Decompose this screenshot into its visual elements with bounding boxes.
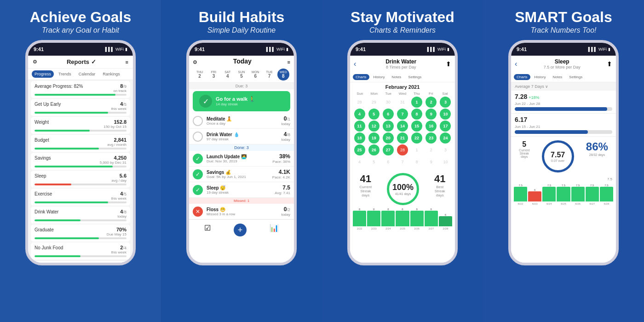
goals-list: Average Progress: 82% 8/9 on track Get U…	[28, 80, 133, 260]
settings-icon[interactable]: ⚙	[33, 59, 37, 65]
cal-day: 15	[411, 121, 422, 132]
day-thu[interactable]: THU2	[194, 69, 206, 80]
smart-tab-settings[interactable]: Settings	[566, 74, 585, 80]
cal-days: 28 29 30 31 1 2 3 4 5 6 7 8 9 10 11 12 1	[353, 97, 452, 167]
share-icon[interactable]: ⬆	[446, 60, 451, 68]
cal-day: 10	[440, 109, 451, 120]
goal-graduate-value: 70%	[116, 227, 126, 232]
cal-day: 5	[368, 156, 380, 167]
cal-tab-history[interactable]: History	[371, 74, 388, 80]
cal-day: 29	[368, 97, 380, 108]
launch-value-sub: Pace: 36%	[272, 160, 290, 164]
cal-day: 7	[397, 109, 408, 120]
sleep-value: 7.5	[275, 184, 290, 191]
signal-icon: ▌▌▌	[266, 47, 275, 52]
smart-success-label: 28/32 days	[586, 153, 608, 156]
phone3-time: 9:41	[356, 46, 366, 52]
chart-icon[interactable]: 📊	[270, 224, 279, 236]
add-habit-button[interactable]: +	[234, 224, 247, 236]
tab-calendar[interactable]: Calendar	[76, 70, 98, 78]
cal-day: 24	[440, 132, 451, 144]
smart-tab-history[interactable]: History	[532, 74, 549, 80]
phone-4: 9:41 ▌▌▌ WiFi ▮ ‹ Sleep 7.5 or More per …	[508, 40, 619, 265]
cal-tab-settings[interactable]: Settings	[405, 74, 424, 80]
savings-value: 4.1K	[272, 169, 290, 175]
back-icon[interactable]: ‹	[354, 60, 356, 68]
panel2-subheading: Simple Daily Routine	[199, 26, 285, 34]
current-streak-stat: 41 CurrentStreakdays	[359, 173, 372, 205]
phone1-time: 9:41	[34, 46, 44, 52]
cal-tab-notes[interactable]: Notes	[389, 74, 404, 80]
bar-label: 6/24	[546, 202, 552, 205]
back-icon[interactable]: ‹	[515, 60, 517, 68]
sleep-value-sub: Avg: 7.41	[275, 191, 290, 195]
goal-getup-name: Get Up Early	[34, 102, 61, 107]
cal-day: 27	[383, 144, 394, 155]
goal-sleep: Sleep 5.6 avg / day	[31, 171, 130, 188]
day-sat[interactable]: SAT4	[222, 69, 234, 80]
goal-met-pct: 100%	[392, 183, 414, 192]
goal-nojunk-name: No Junk Food	[34, 245, 63, 250]
current-streak-label: CurrentStreakdays	[359, 185, 372, 197]
tab-rankings[interactable]: Rankings	[100, 70, 123, 78]
cal-day: 21	[397, 132, 408, 144]
reports-title: Reports ✓	[67, 58, 96, 65]
habit-floss: ✕ Floss 😬 Missed 3 in a row 0/2 today	[189, 204, 294, 219]
smart-success-num: 86%	[586, 140, 608, 153]
smart-sub: 7.5 or More per Day	[544, 65, 581, 69]
goal-budget-sub: avg / month	[107, 143, 126, 147]
day-sun[interactable]: SUN5	[236, 69, 247, 80]
smart-streak-num: 5	[519, 140, 529, 149]
smart-tab-charts[interactable]: Charts	[514, 74, 530, 80]
day-tue[interactable]: TUE7	[264, 69, 276, 80]
drinkwater-name: Drink Water 💧	[207, 132, 281, 137]
goal-budget-name: Budget	[34, 138, 49, 143]
bar-col: 8 2/24	[381, 208, 395, 230]
meditate-check[interactable]	[193, 116, 203, 126]
goal-met-sub: 41/41 days	[395, 192, 411, 196]
menu-icon[interactable]: ≡	[288, 59, 290, 65]
cal-day: 6	[383, 156, 394, 167]
goal-weight-name: Weight	[34, 120, 49, 125]
menu-icon[interactable]: ≡	[126, 59, 128, 65]
cal-week-header: SunMonTueWedThuFriSat	[353, 92, 452, 96]
day-wed-today[interactable]: WED8	[277, 69, 289, 80]
floss-value: 0/2	[281, 206, 290, 213]
smart-bar-1: 7.28 +18% Jun 22 - Jun 28	[511, 91, 616, 114]
smart-avg-num: 7.57	[551, 151, 565, 159]
smart-title: Sleep	[544, 58, 581, 65]
bar-col: 7.5 6/27	[586, 184, 599, 205]
featured-habit-streak: 14 day streak	[216, 102, 255, 106]
avg-label[interactable]: Average 7 Days ∨	[515, 84, 548, 89]
day-fri[interactable]: FRI3	[207, 69, 219, 80]
today-title: Today	[233, 58, 252, 65]
goal-sleep-sub: avg / day	[112, 178, 126, 183]
savings-value-sub: Pace: 4.2K	[272, 175, 290, 179]
featured-habit[interactable]: ✓ Go for a walk 🚶 14 day streak	[193, 91, 290, 111]
cal-day: 11	[354, 121, 365, 132]
goal-exercise-sub: this week	[111, 196, 126, 201]
cal-day: 3	[440, 144, 451, 155]
goal-exercise-name: Exercise	[34, 191, 52, 196]
settings-icon[interactable]: ⚙	[193, 59, 197, 65]
habit-launch: ✓ Launch Update 🧑‍💻 Due: Nov 30, 2019 38…	[189, 151, 294, 167]
phone-3: 9:41 ▌▌▌ WiFi ▮ ‹ Drink Water 8 Times pe…	[347, 40, 458, 265]
drinkwater-check[interactable]	[193, 132, 203, 142]
bar-label: 6/22	[518, 202, 523, 205]
share-icon[interactable]: ⬆	[607, 60, 612, 68]
floss-check: ✕	[193, 207, 203, 217]
phone4-time: 9:41	[517, 46, 527, 52]
smart-val-2: 6.17	[515, 116, 527, 123]
smart-tab-notes[interactable]: Notes	[550, 74, 565, 80]
phone3-notch: 9:41 ▌▌▌ WiFi ▮	[350, 43, 455, 56]
tab-progress[interactable]: Progress	[32, 70, 54, 78]
cal-tab-charts[interactable]: Charts	[353, 74, 369, 80]
signal-icon: ▌▌▌	[588, 47, 597, 52]
panel3-subheading: Charts & Reminders	[351, 26, 454, 34]
best-streak-label: BestStreakdays	[434, 185, 445, 197]
smart-period-2: Jun 15 - Jun 21	[515, 125, 612, 129]
day-mon[interactable]: MON6	[249, 69, 261, 80]
tab-trends[interactable]: Trends	[56, 70, 74, 78]
checklist-icon[interactable]: ☑	[204, 224, 211, 236]
stats-row: 41 CurrentStreakdays 100% 41/41 days 41 …	[350, 169, 455, 207]
